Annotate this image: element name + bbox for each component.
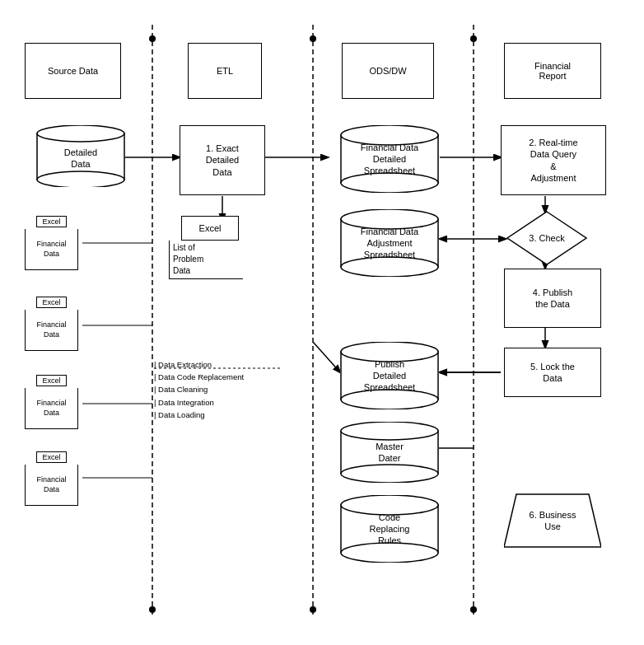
publish-detailed-label: Publish Detailed Spreadsheet — [364, 358, 415, 394]
financial-data-detailed-label: Financial Data Detailed Spreadsheet — [361, 142, 418, 177]
excel-etl-box: Excel — [181, 216, 239, 241]
header-source-data-label: Source Data — [48, 66, 98, 76]
header-financial-report: Financial Report — [504, 43, 601, 99]
financial-data-detailed-cylinder: Financial Data Detailed Spreadsheet — [340, 125, 439, 193]
business-use-label: 6. Business Use — [530, 509, 576, 533]
excel-etl-label: Excel — [199, 222, 222, 234]
svg-point-8 — [470, 606, 477, 613]
etl-steps-text: | Data Extraction | Data Code Replacemen… — [154, 360, 244, 419]
exact-detailed-data-box: 1. Exact Detailed Data — [180, 125, 265, 195]
diagram: Source Data ETL ODS/DW Financial Report … — [0, 0, 644, 645]
detailed-data-cylinder: Detailed Data — [36, 125, 125, 187]
svg-point-28 — [37, 171, 124, 187]
publish-data-box: 4. Publish the Data — [504, 269, 601, 328]
excel-data-2: FinancialData — [25, 310, 78, 351]
svg-line-20 — [313, 342, 340, 372]
etl-annotation: | Data Extraction | Data Code Replacemen… — [154, 358, 244, 421]
svg-point-6 — [149, 606, 156, 613]
excel-badge-4: Excel — [36, 451, 66, 463]
svg-point-7 — [310, 606, 316, 613]
exact-detailed-data-label: 1. Exact Detailed Data — [206, 143, 239, 178]
financial-data-adjustment-label: Financial Data Adjustment Spreadsheet — [361, 226, 418, 261]
header-source-data: Source Data — [25, 43, 121, 99]
svg-point-3 — [149, 35, 156, 42]
publish-detailed-cylinder: Publish Detailed Spreadsheet — [340, 342, 439, 409]
excel-file-2: Excel FinancialData — [25, 297, 78, 351]
excel-file-1: Excel FinancialData — [25, 216, 78, 270]
excel-file-4: Excel FinancialData — [25, 451, 78, 506]
svg-point-41 — [341, 465, 438, 483]
realtime-query-box: 2. Real-time Data Query & Adjustment — [501, 125, 606, 195]
master-dater-cylinder: Master Dater — [340, 422, 439, 483]
svg-point-40 — [341, 422, 438, 440]
excel-file-3: Excel FinancialData — [25, 375, 78, 429]
header-ods-dw-label: ODS/DW — [369, 66, 406, 76]
check-label: 3. Check — [529, 232, 564, 244]
excel-data-4: FinancialData — [25, 465, 78, 506]
header-ods-dw: ODS/DW — [342, 43, 434, 99]
lock-data-label: 5. Lock the Data — [530, 361, 575, 385]
detailed-data-label: Detailed Data — [64, 147, 97, 171]
excel-badge-2: Excel — [36, 297, 66, 308]
excel-badge-1: Excel — [36, 216, 66, 227]
publish-data-label: 4. Publish the Data — [533, 287, 572, 311]
svg-point-5 — [470, 35, 477, 42]
header-etl: ETL — [188, 43, 262, 99]
header-financial-report-label: Financial Report — [534, 61, 571, 81]
code-replacing-label: Code Replacing Rules — [370, 512, 410, 547]
lock-data-box: 5. Lock the Data — [504, 348, 601, 397]
financial-data-adjustment-cylinder: Financial Data Adjustment Spreadsheet — [340, 209, 439, 277]
excel-data-3: FinancialData — [25, 388, 78, 429]
header-etl-label: ETL — [217, 66, 233, 76]
svg-point-4 — [310, 35, 316, 42]
check-diamond: 3. Check — [506, 210, 588, 266]
excel-list-text: List of Problem Data — [173, 243, 203, 275]
realtime-query-label: 2. Real-time Data Query & Adjustment — [529, 137, 577, 184]
list-problem-data-label: List of Problem Data — [169, 241, 243, 279]
svg-point-27 — [37, 125, 124, 142]
excel-data-1: FinancialData — [25, 229, 78, 270]
master-dater-label: Master Dater — [376, 441, 404, 465]
code-replacing-cylinder: Code Replacing Rules — [340, 495, 439, 563]
business-use-trapezoid: 6. Business Use — [504, 493, 601, 549]
excel-badge-3: Excel — [36, 375, 66, 386]
